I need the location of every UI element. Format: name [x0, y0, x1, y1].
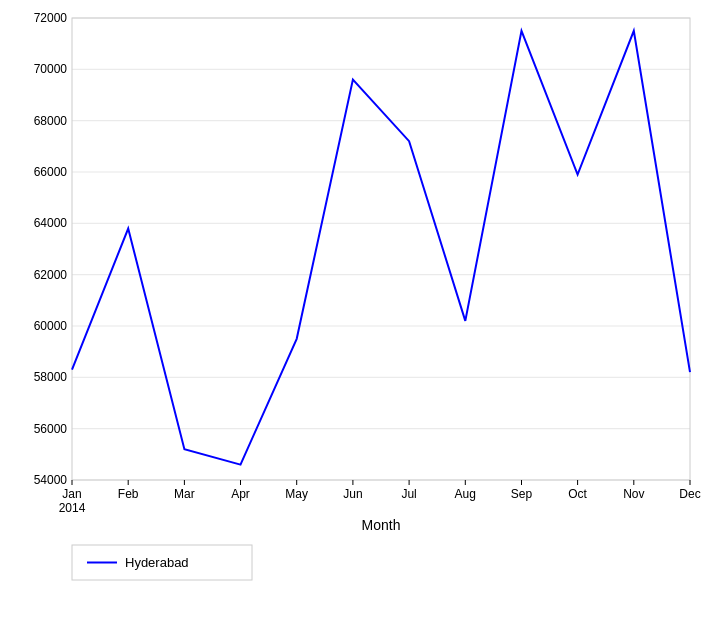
x-tick-label-nov: Nov — [623, 487, 644, 501]
y-tick-label: 64000 — [34, 216, 68, 230]
x-tick-label-year: 2014 — [59, 501, 86, 515]
x-tick-label-oct: Oct — [568, 487, 587, 501]
y-tick-label: 70000 — [34, 62, 68, 76]
x-tick-label-jul: Jul — [401, 487, 416, 501]
x-axis-label: Month — [362, 517, 401, 533]
x-tick-label-jun: Jun — [343, 487, 362, 501]
y-tick-label: 62000 — [34, 268, 68, 282]
y-tick-label: 60000 — [34, 319, 68, 333]
line-chart: 54000 56000 58000 60000 62000 64000 6600… — [0, 0, 714, 621]
y-tick-label: 66000 — [34, 165, 68, 179]
x-tick-label-apr: Apr — [231, 487, 250, 501]
y-tick-label: 54000 — [34, 473, 68, 487]
y-tick-label: 72000 — [34, 11, 68, 25]
x-tick-label-aug: Aug — [455, 487, 476, 501]
x-tick-label-sep: Sep — [511, 487, 533, 501]
y-tick-label: 56000 — [34, 422, 68, 436]
chart-container: 54000 56000 58000 60000 62000 64000 6600… — [0, 0, 714, 621]
x-tick-label-jan: Jan — [62, 487, 81, 501]
y-tick-label: 58000 — [34, 370, 68, 384]
x-tick-label-mar: Mar — [174, 487, 195, 501]
legend-label: Hyderabad — [125, 555, 189, 570]
y-tick-label: 68000 — [34, 114, 68, 128]
x-tick-label-feb: Feb — [118, 487, 139, 501]
x-tick-label-may: May — [285, 487, 308, 501]
plot-area — [72, 18, 690, 480]
x-tick-label-dec: Dec — [679, 487, 700, 501]
